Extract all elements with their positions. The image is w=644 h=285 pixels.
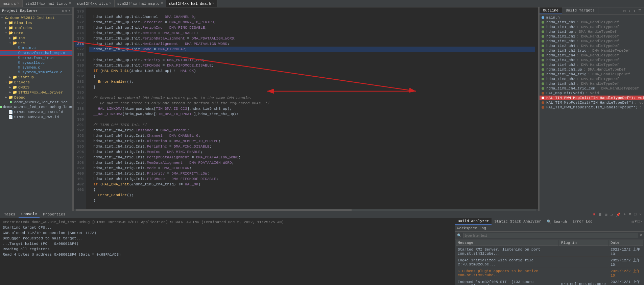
log-row-4[interactable]: Indexed 'stm32f405_RTT' (133 sourc org.e… bbox=[456, 279, 643, 285]
log-plugin-3 bbox=[559, 268, 608, 278]
tab-search[interactable]: 🔍 Search bbox=[544, 218, 570, 225]
tree-item-binaries[interactable]: ▶ 📁 Binaries bbox=[0, 20, 72, 25]
tab-outline[interactable]: Outline bbox=[540, 7, 562, 14]
log-row-1[interactable]: Started RMI Server, listening on port co… bbox=[456, 247, 643, 257]
console-maximize-icon[interactable]: □ bbox=[633, 212, 638, 217]
outline-item-tim3ch4[interactable]: hdma_tim3_ch4 : DMA_HandleTypeDef bbox=[540, 53, 644, 58]
editor-tab-bar: main.c × stm32f4xx_hal_tim.c × stm32f4xx… bbox=[0, 0, 644, 7]
tab-hal-tim[interactable]: stm32f4xx_hal_tim.c × bbox=[23, 0, 74, 7]
outline-filter-icon[interactable]: ▾ bbox=[632, 8, 637, 14]
log-toolbar-btn3[interactable]: □ bbox=[638, 219, 640, 224]
console-clear-icon[interactable]: 🗑 bbox=[597, 212, 603, 217]
outline-item-tim2ch4[interactable]: hdma_tim2_ch4 : DMA_HandleTypeDef bbox=[540, 44, 644, 48]
col-date: Date bbox=[609, 240, 643, 246]
ioc-icon: ■ bbox=[8, 100, 14, 104]
tab-static-stack[interactable]: Static Stack Analyzer bbox=[492, 218, 544, 225]
workspace-filter-input[interactable] bbox=[463, 233, 638, 238]
tab-console[interactable]: Console bbox=[19, 211, 40, 218]
includes-icon: 📁 bbox=[8, 26, 14, 30]
log-msg-2: Log4j initialized with config file C:\U.… bbox=[456, 257, 558, 267]
log-toolbar-btn1[interactable]: ⊟ bbox=[632, 219, 634, 224]
log-close-icon[interactable]: × bbox=[640, 219, 643, 224]
tree-item-drivers[interactable]: ▾ 📂 Drivers bbox=[0, 80, 72, 85]
tree-label-syscalls: syscalls.c bbox=[22, 61, 45, 65]
tree-item-project[interactable]: ▾ 🗂 dome_WS2812_led_test bbox=[0, 15, 72, 20]
tab-hal-dma-close[interactable]: × bbox=[212, 2, 214, 5]
tab-build-analyzer[interactable]: Build Analyzer bbox=[455, 218, 492, 225]
tree-item-system[interactable]: © system_stm32f4xx.c bbox=[0, 70, 72, 75]
filter-clear-icon[interactable]: × bbox=[640, 233, 642, 237]
tree-item-startup[interactable]: ▶ 📁 Startup bbox=[0, 75, 72, 80]
outline-item-hal-tim-pwm-deinit[interactable]: HAL_TIM_PWM_MspDeInit(TIM_HandleTypeDef*… bbox=[540, 105, 644, 110]
outline-item-tim3ch1[interactable]: hdma_tim3_ch1_trig : DMA_HandleTypeDef bbox=[540, 48, 644, 53]
console-word-wrap-icon[interactable]: ↵ bbox=[610, 212, 614, 217]
tab-it-close[interactable]: × bbox=[109, 2, 111, 5]
outline-item-hal-tim-postinit[interactable]: HAL_TIM_MspPostInit(TIM_HandleTypeDef*) … bbox=[540, 100, 644, 105]
tree-item-inc[interactable]: ▶ 📁 Inc bbox=[0, 35, 72, 41]
console-new-icon[interactable]: + bbox=[623, 212, 627, 217]
outline-item-tim1ch2[interactable]: hdma_tim1_ch2 : DMA_HandleTypeDef bbox=[540, 25, 644, 29]
outline-item-mainh[interactable]: main.h bbox=[540, 15, 644, 20]
outline-item-tim8ch2[interactable]: hdma_tim8_ch2 : DMA_HandleTypeDef bbox=[540, 77, 644, 81]
console-stop-icon[interactable]: ■ bbox=[592, 212, 597, 217]
code-content[interactable]: hdma_tim5_ch3_up.Init.Channel = DMA_CHAN… bbox=[86, 7, 538, 209]
outline-item-tim4ch2[interactable]: hdma_tim4_ch2 : DMA_HandleTypeDef bbox=[540, 58, 644, 62]
project-explorer-toolbar: ⊟ ⇆ ▾ bbox=[62, 9, 70, 13]
tab-main-c[interactable]: main.c × bbox=[0, 0, 23, 7]
log-row-3[interactable]: ⚠ CubeMX plugin appears to be active com… bbox=[456, 268, 643, 278]
outline-collapse-icon[interactable]: ⊟ bbox=[622, 8, 627, 14]
outline-sort-icon[interactable]: ↕ bbox=[627, 8, 632, 13]
tree-item-ram[interactable]: 📄 STM32F405VGTX_RAM.ld bbox=[0, 114, 72, 120]
outline-type-tim3ch1: : DMA_HandleTypeDef bbox=[588, 49, 630, 53]
tree-item-src[interactable]: ▾ 📂 Src bbox=[0, 41, 72, 46]
tree-item-launch[interactable]: ■ dome_WS2812_led_test Debug.launch bbox=[0, 105, 72, 109]
link-with-editor-icon[interactable]: ⇆ bbox=[65, 9, 67, 13]
collapse-all-icon[interactable]: ⊟ bbox=[62, 9, 64, 13]
outline-item-tim8ch4trig[interactable]: hdma_tim8_ch4_trig_com : DMA_HandleTypeD… bbox=[540, 86, 644, 91]
console-pin-icon[interactable]: 📌 bbox=[615, 212, 622, 217]
tree-item-includes[interactable]: ▶ 📁 Includes bbox=[0, 25, 72, 30]
tab-main-c-close[interactable]: × bbox=[18, 2, 20, 5]
tree-item-flash[interactable]: 📄 STM32F405VGTX_FLASH.ld bbox=[0, 109, 72, 114]
tree-item-syscalls[interactable]: © syscalls.c bbox=[0, 60, 72, 65]
outline-item-tim1up[interactable]: hdma_tim1_up : DMA_HandleTypeDef bbox=[540, 29, 644, 34]
outline-item-mspinit-void[interactable]: HAL_MspInit(void) : void bbox=[540, 91, 644, 96]
outline-item-tim5ch4[interactable]: hdma_tim5_ch4_trig : DMA_HandleTypeDef bbox=[540, 72, 644, 77]
tree-item-ioc[interactable]: ■ dome_WS2812_led_test.ioc bbox=[0, 100, 72, 105]
outline-item-tim8ch3[interactable]: hdma_tim8_ch3 : DMA_HandleTypeDef bbox=[540, 81, 644, 86]
tab-it[interactable]: stm32f4xx_it.c × bbox=[74, 0, 114, 7]
outline-item-tim2ch1[interactable]: hdma_tim2_ch1 : DMA_HandleTypeDef bbox=[540, 34, 644, 39]
debug-icon: 📁 bbox=[8, 95, 14, 100]
tab-tasks[interactable]: Tasks bbox=[1, 211, 18, 217]
console-close-icon[interactable]: × bbox=[638, 212, 643, 217]
tree-arrow-binaries: ▶ bbox=[4, 21, 8, 25]
tree-item-debug[interactable]: ▶ 📁 Debug bbox=[0, 95, 72, 100]
tree-item-hal-driver[interactable]: ▶ 📁 STM32F4xx_HAL_Driver bbox=[0, 90, 72, 95]
outline-item-tim4ch3[interactable]: hdma_tim4_ch3 : DMA_HandleTypeDef bbox=[540, 62, 644, 67]
tree-item-cmsis[interactable]: ▶ 📁 CMSIS bbox=[0, 85, 72, 90]
tree-item-hal-msp[interactable]: © stm32f4xx_hal_msp.c bbox=[0, 50, 72, 56]
tree-item-core[interactable]: ▾ 📂 Core bbox=[0, 30, 72, 35]
log-row-2[interactable]: Log4j initialized with config file C:\U.… bbox=[456, 257, 643, 267]
tab-build-targets[interactable]: Build Targets bbox=[562, 7, 598, 14]
tree-item-it[interactable]: © stm32f4xx_it.c bbox=[0, 56, 72, 60]
console-line-3: GDB closed TCP/IP connection (Socket 117… bbox=[3, 230, 452, 236]
tab-hal-msp[interactable]: stm32f4xx_hal_msp.c × bbox=[115, 0, 166, 7]
tab-hal-msp-close[interactable]: × bbox=[161, 2, 163, 5]
tab-error-log[interactable]: Error Log bbox=[570, 218, 595, 225]
outline-item-tim2ch2[interactable]: hdma_tim2_ch2 : DMA_HandleTypeDef bbox=[540, 39, 644, 44]
log-toolbar-btn2[interactable]: ▼ bbox=[635, 219, 637, 224]
outline-item-hal-tim-pwm-mspinit[interactable]: HAL_TIM_PWM_MspInit(TIM_HandleTypeDef*) … bbox=[540, 96, 644, 100]
tab-hal-dma[interactable]: stm32f4xx_hal_dma.h × bbox=[166, 0, 217, 7]
console-scroll-lock-icon[interactable]: ⊠ bbox=[604, 212, 609, 217]
tree-item-sysmem[interactable]: © sysmem.c bbox=[0, 65, 72, 70]
outline-menu-icon[interactable]: ☰ bbox=[637, 8, 643, 14]
outline-item-tim1ch1[interactable]: hdma_tim1_ch1 : DMA_HandleTypeDef bbox=[540, 20, 644, 25]
tree-item-mainc[interactable]: © main.c bbox=[0, 46, 72, 50]
outline-item-tim5ch3up[interactable]: hdma_tim5_ch3_up : DMA_HandleTypeDef bbox=[540, 67, 644, 72]
tab-hal-tim-close[interactable]: × bbox=[69, 2, 71, 5]
tab-properties[interactable]: Properties bbox=[40, 211, 68, 217]
outline-dot-tim1ch2 bbox=[542, 26, 544, 28]
view-menu-icon[interactable]: ▾ bbox=[68, 9, 70, 13]
console-minimize-icon[interactable]: ▼ bbox=[628, 212, 632, 217]
